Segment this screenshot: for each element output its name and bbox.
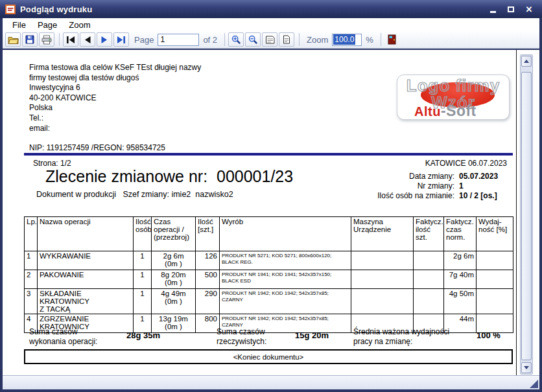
table-row: 3 SKŁADANIE KRATOWNICY Z TACKĄ 1 4g 49m … — [25, 289, 513, 314]
col-header-fakt-ilosc: Faktycz. ilość szt. — [414, 217, 444, 251]
cell-fakt-czas: 2g 6m — [444, 251, 477, 270]
scroll-up-icon — [524, 60, 529, 63]
cell-ilosc: 290 — [196, 289, 220, 314]
document-subtitle: Dokument w produkcji Szef zmiany: imie2 … — [36, 190, 233, 199]
whole-page-button[interactable] — [279, 32, 294, 47]
col-header-wyrob: Wyrób — [220, 217, 351, 251]
cell-osoby: 1 — [134, 270, 152, 289]
minimize-button[interactable] — [488, 4, 498, 14]
zoom-in-button[interactable] — [228, 32, 244, 47]
col-header-czas: Czas operacji / (przezbroj) — [152, 217, 196, 251]
maximize-button[interactable] — [506, 4, 516, 14]
company-line: firmy testowej dla testów długoś — [29, 73, 201, 84]
menu-zoom[interactable]: Zoom — [63, 19, 96, 30]
prev-page-button[interactable] — [80, 32, 95, 47]
company-line: Polska — [29, 103, 201, 113]
summary-efficiency-value: 100 % — [477, 330, 501, 340]
toolbar-separator — [59, 33, 60, 46]
summary-operations-value: 28g 35m — [126, 330, 160, 340]
page-label: Page — [134, 35, 154, 45]
cell-wyrob: PRODUKT NR 5271; KOD 5271; 800x600x120; … — [220, 251, 351, 270]
cell-wyrob: PRODUKT NR 1942; KOD 1942; 542x357x85; C… — [220, 289, 351, 314]
open-button[interactable] — [5, 32, 21, 47]
company-line: Inwestycyjna 6 — [29, 83, 201, 93]
next-page-button[interactable] — [97, 32, 112, 47]
window-body: File Page Zoom — [3, 18, 539, 389]
company-line: Tel.: — [29, 113, 201, 124]
page-width-button[interactable] — [262, 32, 277, 47]
cell-fakt-ilosc — [414, 251, 444, 270]
document-page: Firma testowa dla celów KSeF TEst długie… — [3, 50, 517, 375]
shift-meta-block: Data zmiany: 05.07.2023 Nr zmiany: 1 Ilo… — [292, 172, 516, 202]
window-title: Podgląd wydruku — [20, 5, 488, 14]
titlebar[interactable]: Podgląd wydruku ✕ — [0, 0, 542, 18]
first-page-icon — [66, 36, 75, 43]
exit-door-icon — [388, 34, 396, 45]
print-preview-window: Podgląd wydruku ✕ File Page Zoom — [0, 0, 542, 392]
zoom-in-icon — [231, 35, 241, 45]
close-button[interactable]: ✕ — [524, 4, 534, 14]
cell-fakt-ilosc — [414, 270, 444, 289]
exit-button[interactable] — [384, 32, 400, 47]
page-of-label: of 2 — [203, 35, 217, 45]
toolbar-separator — [299, 33, 300, 46]
page-number-input[interactable] — [158, 34, 199, 46]
table-row: 2 PAKOWANIE 1 8g 20m (0m ) 500 PRODUKT N… — [25, 270, 513, 289]
app-icon — [5, 5, 16, 14]
summary-efficiency-label: Średnia ważona wydajności pracy na zmian… — [353, 327, 477, 346]
last-page-button[interactable] — [113, 32, 129, 47]
cell-ilosc: 800 — [196, 314, 220, 333]
maximize-icon — [508, 6, 514, 12]
end-of-document-text: <Koniec dokumentu> — [233, 353, 304, 361]
print-icon — [41, 35, 52, 45]
zoom-label: Zoom — [307, 35, 328, 45]
menu-page[interactable]: Page — [32, 19, 63, 30]
last-page-icon — [117, 36, 126, 43]
summary-operations-label: Suma czasów wykonania operacji: — [29, 327, 126, 346]
first-page-button[interactable] — [63, 32, 78, 47]
menu-file[interactable]: File — [6, 19, 32, 30]
scroll-up-button[interactable] — [521, 56, 532, 67]
print-button[interactable] — [39, 32, 54, 47]
cell-maszyna — [351, 251, 414, 270]
cell-fakt-czas: 7g 40m — [444, 270, 477, 289]
table-header-row: Lp. Nazwa operacji Ilość osób Czas opera… — [25, 217, 513, 251]
statusbar — [3, 375, 539, 389]
vertical-scrollbar[interactable] — [520, 54, 533, 375]
meta-value: 05.07.2023 — [459, 172, 498, 181]
col-header-nazwa: Nazwa operacji — [38, 217, 134, 251]
company-logo: Altu-Soft Logo firmy Wzór — [397, 75, 510, 120]
page-width-icon — [265, 36, 275, 44]
nip-regon: NIP: 1191257459 /REGON: 958534725 — [29, 143, 165, 152]
company-line: 40-200 KATOWICE — [29, 93, 201, 104]
save-button[interactable] — [22, 32, 38, 47]
scroll-down-button[interactable] — [521, 362, 532, 373]
cell-nazwa: SKŁADANIE KRATOWNICY Z TACKĄ — [38, 289, 134, 314]
meta-value: 1 — [459, 181, 464, 191]
cell-fakt-ilosc — [414, 289, 444, 314]
zoom-out-button[interactable] — [245, 32, 261, 47]
zoom-out-icon — [248, 35, 258, 45]
scrollbar-thumb[interactable] — [521, 72, 532, 360]
col-header-osoby: Ilość osób — [134, 217, 152, 251]
cell-osoby: 1 — [134, 289, 152, 314]
close-icon: ✕ — [526, 5, 533, 14]
cell-wyrob: PRODUKT NR 1941; KOD 1941; 542x357x150; … — [220, 270, 351, 289]
cell-wydajnosc — [477, 289, 513, 314]
col-header-ilosc: Ilość [szt.] — [196, 217, 220, 251]
summary-real-value: 15g 20m — [295, 330, 329, 340]
toolbar: Page of 2 — [3, 31, 539, 49]
zoom-value-input[interactable]: 100.0 — [332, 34, 362, 46]
col-header-maszyna: Maszyna Urządzenie — [351, 217, 414, 251]
meta-label: Ilość osób na zmianie: — [292, 191, 454, 201]
preview-area: Firma testowa dla celów KSeF TEst długie… — [3, 49, 539, 375]
cell-lp: 1 — [25, 251, 38, 270]
cell-fakt-czas: 4g 50m — [444, 289, 477, 314]
cell-nazwa: PAKOWANIE — [38, 270, 134, 289]
open-icon — [8, 36, 19, 44]
page-info: Strona: 1/2 — [33, 159, 71, 168]
meta-value: 10 / 2 [os.] — [459, 191, 497, 201]
toolbar-separator — [381, 33, 381, 46]
header-rule — [24, 153, 513, 156]
resize-grip[interactable] — [530, 380, 538, 388]
